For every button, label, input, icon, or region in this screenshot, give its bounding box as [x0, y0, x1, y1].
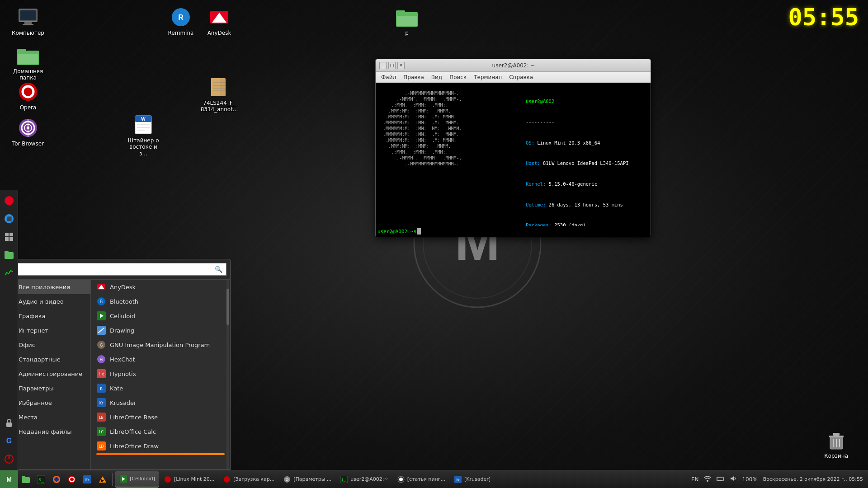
- desktop-icon-steiner[interactable]: W Штайнер овостоке и з...: [125, 112, 161, 159]
- desktop-icon-anydesk[interactable]: AnyDesk: [201, 5, 237, 38]
- svg-rect-35: [396, 10, 405, 15]
- side-btn-google[interactable]: G: [2, 434, 16, 448]
- svg-rect-83: [22, 476, 25, 479]
- terminal-maximize-btn[interactable]: □: [388, 62, 396, 69]
- tor-icon-label: Tor Browser: [12, 141, 44, 147]
- desktop-icon-computer[interactable]: Компьютер: [10, 5, 46, 38]
- taskbar-win-terminal[interactable]: $_ user2@A002:~: [336, 471, 392, 488]
- terminal-close-btn[interactable]: ✕: [397, 62, 405, 69]
- sysinfo: user2@A002 ---------- OS: Linux Mint 20.…: [522, 84, 649, 224]
- terminal-menu-edit[interactable]: Правка: [400, 72, 428, 83]
- svg-text:LC: LC: [99, 430, 104, 434]
- app-bluetooth-label: Bluetooth: [110, 298, 138, 305]
- settings-label: Параметры: [19, 385, 54, 392]
- app-drawing[interactable]: Drawing: [91, 323, 230, 338]
- side-btn-firefox[interactable]: [2, 193, 16, 208]
- svg-rect-76: [6, 422, 12, 427]
- taskbar-terminal[interactable]: $_: [34, 471, 48, 488]
- desktop-icon-home[interactable]: Домашняяпапка: [10, 43, 46, 83]
- svg-rect-23: [211, 78, 220, 96]
- admin-label: Администрирование: [19, 371, 82, 377]
- svg-text:$_: $_: [341, 478, 346, 482]
- app-drawing-label: Drawing: [110, 327, 134, 334]
- taskbar-start-button[interactable]: M: [0, 470, 18, 488]
- app-krusader-label: Krusader: [110, 399, 136, 406]
- side-btn-power[interactable]: [2, 452, 16, 466]
- internet-label: Интернет: [19, 327, 48, 334]
- terminal-title: user2@A002: ~: [405, 62, 623, 69]
- terminal-menu-help[interactable]: Справка: [505, 72, 537, 83]
- app-celluloid-label: Celluloid: [110, 313, 135, 319]
- taskbar-krusader[interactable]: Kr: [80, 471, 94, 488]
- terminal-minimize-btn[interactable]: _: [379, 62, 387, 69]
- terminal-menu-file[interactable]: Файл: [377, 72, 400, 83]
- terminal-menu-terminal[interactable]: Терминал: [470, 72, 505, 83]
- side-btn-grid[interactable]: [2, 230, 16, 244]
- taskbar-opera[interactable]: [65, 471, 79, 488]
- svg-rect-39: [833, 433, 840, 436]
- opera-icon-label: Opera: [20, 104, 37, 111]
- media-label: Аудио и видео: [19, 298, 64, 305]
- app-krusader[interactable]: Kr Krusader: [91, 395, 230, 410]
- side-btn-lock[interactable]: [2, 416, 16, 430]
- taskbar-win-celluloid[interactable]: [Celluloid]: [115, 471, 159, 488]
- app-lodraw[interactable]: LD LibreOffice Draw: [91, 439, 230, 453]
- svg-point-67: [5, 196, 14, 205]
- taskbar-vlc[interactable]: ▶: [95, 471, 110, 488]
- taskbar-win-penguin[interactable]: [статья пинг...: [393, 471, 449, 488]
- desktop-icon-remmina[interactable]: R Remmina: [163, 5, 199, 38]
- app-gimp[interactable]: G GNU Image Manipulation Program: [91, 338, 230, 352]
- app-anydesk[interactable]: AnyDesk: [91, 280, 230, 294]
- all-apps-label: Все приложения: [19, 284, 70, 291]
- menu-bottom-indicator: [96, 453, 225, 455]
- trash-icon[interactable]: Корзина: [822, 429, 850, 461]
- tray-wifi[interactable]: [703, 475, 712, 483]
- svg-text:$_: $_: [38, 477, 44, 483]
- taskbar-firefox[interactable]: [49, 471, 64, 488]
- tray-lang[interactable]: EN: [690, 476, 700, 483]
- svg-point-97: [165, 476, 171, 483]
- side-btn-files[interactable]: [2, 248, 16, 262]
- taskbar-win-krusader[interactable]: Kr [Krusader]: [450, 471, 494, 488]
- terminal-prompt: user2@A002:~$: [376, 226, 651, 237]
- taskbar-win-krusader-label: [Krusader]: [464, 476, 491, 482]
- desktop-icon-folder-p[interactable]: р: [389, 5, 425, 38]
- desktop-icon-opera[interactable]: Opera: [10, 79, 46, 113]
- svg-rect-75: [5, 251, 9, 253]
- app-localc[interactable]: LC LibreOffice Calc: [91, 424, 230, 439]
- taskbar-win-opera[interactable]: [Загрузка кар...: [219, 471, 278, 488]
- svg-point-98: [224, 476, 230, 483]
- terminal-menu-search[interactable]: Поиск: [446, 72, 470, 83]
- terminal-menu-view[interactable]: Вид: [428, 72, 446, 83]
- taskbar-files[interactable]: [19, 471, 33, 488]
- svg-text:Kr: Kr: [456, 478, 460, 482]
- prompt-text: user2@A002:~$: [377, 229, 416, 235]
- side-btn-monitor[interactable]: [2, 266, 16, 280]
- app-hexchat[interactable]: H HexChat: [91, 352, 230, 366]
- taskbar-win-lm[interactable]: [Linux Mint 20...: [160, 471, 218, 488]
- desktop-icon-tor[interactable]: Tor Browser: [10, 115, 46, 149]
- tray-datetime[interactable]: Воскресенье, 2 октября 2022 г., 05:55: [762, 476, 864, 482]
- standard-label: Стандартные: [19, 356, 61, 363]
- tray-network[interactable]: [715, 475, 725, 483]
- tray-sound[interactable]: [728, 475, 738, 483]
- app-lodraw-label: LibreOffice Draw: [110, 443, 159, 450]
- svg-text:B: B: [100, 299, 103, 304]
- svg-rect-5: [24, 22, 32, 24]
- app-bluetooth[interactable]: B Bluetooth: [91, 294, 230, 309]
- taskbar-win-settings[interactable]: ⚙ [Параметры ...: [279, 471, 335, 488]
- svg-text:G: G: [100, 343, 103, 347]
- menu-scrollbar-thumb[interactable]: [226, 289, 229, 325]
- desktop-icon-74ls[interactable]: 74LS244_F_8314_annot...: [201, 75, 237, 115]
- app-hypnotix[interactable]: Hx Hypnotix: [91, 366, 230, 381]
- app-hexchat-label: HexChat: [110, 356, 135, 363]
- app-celluloid[interactable]: Celluloid: [91, 309, 230, 323]
- app-kate-label: Kate: [110, 385, 123, 392]
- side-btn-network[interactable]: ⬛: [2, 211, 16, 226]
- terminal-controls: _ □ ✕: [379, 62, 405, 69]
- terminal-body: .-MMMMMMMMMMMMMMMM-. .-MMMM`. MMMM: .MMM…: [376, 83, 651, 226]
- svg-text:Hx: Hx: [99, 372, 104, 376]
- app-lobase[interactable]: LB LibreOffice Base: [91, 410, 230, 424]
- search-field[interactable]: [8, 263, 222, 275]
- app-kate[interactable]: K Kate: [91, 381, 230, 395]
